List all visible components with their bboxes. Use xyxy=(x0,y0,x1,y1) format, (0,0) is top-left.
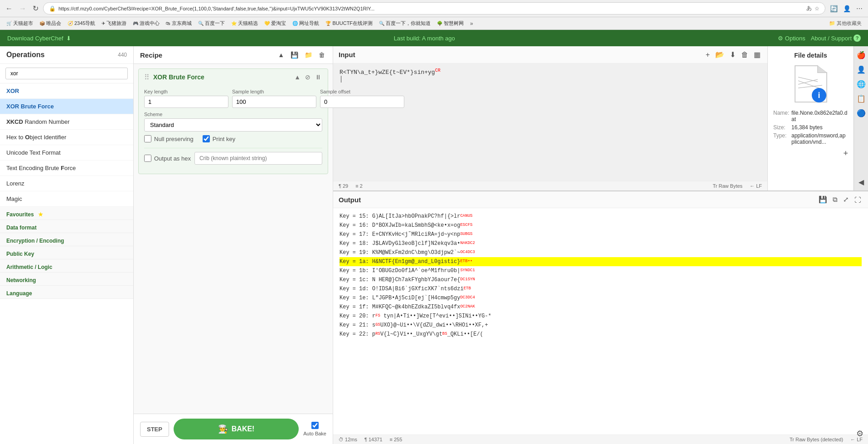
about-button[interactable]: About / Support ? xyxy=(811,34,861,42)
sidebar-section-net[interactable]: Networking xyxy=(0,273,133,286)
output-status-time: ⏱ 12ms xyxy=(339,437,357,442)
null-preserving-group: Null preserving xyxy=(144,135,194,142)
op-disable-btn[interactable]: ⊘ xyxy=(304,73,311,82)
address-bar[interactable]: 🔒 https://ctf.mzy0.com/CyberChef3/#recip… xyxy=(43,2,825,15)
sidebar-item-xkcd[interactable]: XKCD Random Number xyxy=(0,114,133,130)
output-copy-btn[interactable]: ⧉ xyxy=(831,194,839,205)
input-content[interactable]: R<TYN\a_t+}wZE{t~EV*}sin+ygCR │ xyxy=(333,63,767,181)
menu-button[interactable]: ⋯ xyxy=(854,4,864,13)
input-sidebar-btn-4[interactable]: 📋 xyxy=(855,93,867,104)
sidebar-item-xor[interactable]: XOR xyxy=(0,83,133,99)
sidebar-section-arith[interactable]: Arithmetic / Logic xyxy=(0,259,133,273)
download-link[interactable]: Download CyberChef ⬇ xyxy=(7,35,71,42)
sidebar-item-xor-bf[interactable]: XOR Brute Force xyxy=(0,99,133,114)
bookmark-2345[interactable]: 🧭 2345导航 xyxy=(65,19,98,28)
forward-button[interactable]: → xyxy=(17,4,28,14)
refresh-button[interactable]: ↻ xyxy=(31,3,40,14)
op-block-body: Key length Sample length Sample offset xyxy=(139,85,328,174)
input-load-btn[interactable]: ⬇ xyxy=(728,49,737,60)
input-header: Input + 📂 ⬇ 🗑 ▦ xyxy=(333,46,767,63)
file-add-button[interactable]: + xyxy=(843,149,848,158)
sidebar-section-enc[interactable]: Encryption / Encoding xyxy=(0,233,133,246)
sidebar-section-pubkey[interactable]: Public Key xyxy=(0,246,133,259)
sidebar-item-magic[interactable]: Magic xyxy=(0,191,133,207)
auto-bake-checkbox[interactable] xyxy=(311,422,319,429)
print-key-checkbox[interactable] xyxy=(203,135,210,142)
topbar-right: ⚙ Options About / Support ? xyxy=(778,34,861,42)
recipe-delete-btn[interactable]: 🗑 xyxy=(317,50,326,60)
file-add-btn-row: + xyxy=(773,149,848,158)
bookmark-tmjx[interactable]: ⭐ 天猫精选 xyxy=(228,19,261,28)
sidebar-item-magic-label: Magic xyxy=(6,195,22,202)
bookmark-fzly[interactable]: ✈ 飞猪旅游 xyxy=(99,19,129,28)
step-button[interactable]: STEP xyxy=(140,422,169,437)
bookmark-baidu[interactable]: 🔍 百度一下 xyxy=(195,19,228,28)
other-bookmarks[interactable]: 📁 其他收藏夹 xyxy=(826,19,864,28)
sidebar-section-data[interactable]: Data format xyxy=(0,220,133,233)
search-input[interactable] xyxy=(5,68,128,79)
sidebar-section-lang[interactable]: Language xyxy=(0,286,133,299)
bookmark-baidu2[interactable]: 🔍 百度一下，你就知道 xyxy=(376,19,433,28)
bookmark-jd[interactable]: 🛍 京东商城 xyxy=(163,19,194,28)
sidebar-item-lorenz-label: Lorenz xyxy=(6,180,24,187)
output-line-0: Key = 15: G)AL[ItJa>hbOPnakPC?hf|{>lrCAN… xyxy=(339,212,862,221)
null-preserving-checkbox[interactable] xyxy=(144,135,151,142)
bookmark-ataobao[interactable]: 💛 爱淘宝 xyxy=(262,19,289,28)
input-sidebar-btn-2[interactable]: 👤 xyxy=(855,63,867,75)
checkboxes-row: Null preserving Print key xyxy=(144,135,322,142)
output-fullscreen-btn[interactable]: ⛶ xyxy=(853,194,863,205)
bookmark-zhsc[interactable]: 🌳 智慧树网 xyxy=(434,19,466,28)
op-block-action-group: ▲ ⊘ ⏸ xyxy=(293,73,322,82)
input-main: Input + 📂 ⬇ 🗑 ▦ R<TYN\a_t+}wZE{t~EV*}sin… xyxy=(333,46,767,190)
input-delete-btn[interactable]: 🗑 xyxy=(740,49,750,60)
bookmark-tmsc[interactable]: 🛒 天猫超市 xyxy=(4,19,36,28)
sidebar-item-text-enc-bf[interactable]: Text Encoding Brute Force xyxy=(0,161,133,176)
bottom-settings-icon[interactable]: ⚙ xyxy=(856,429,863,439)
output-as-hex-row: Output as hex xyxy=(144,148,322,168)
op-pause-btn[interactable]: ⏸ xyxy=(314,73,322,82)
scheme-select[interactable]: Standard xyxy=(144,118,322,132)
output-line-9: Key = 1e: L"JGPB•Aj5ciD[ej`[H4cmwp5gyDC3… xyxy=(339,293,862,303)
bookmark-label-jd: 京东商城 xyxy=(172,20,192,27)
bake-button[interactable]: 👨‍🍳 BAKE! xyxy=(174,419,299,439)
sidebar-section-favourites[interactable]: Favourites ★ xyxy=(0,207,133,220)
sample-length-field: Sample length xyxy=(232,89,316,108)
recipe-save-btn[interactable]: 💾 xyxy=(289,50,300,60)
drag-handle-icon[interactable]: ⠿ xyxy=(144,73,150,82)
input-add-btn[interactable]: + xyxy=(704,49,711,60)
bookmark-wzdh[interactable]: 🌐 网址导航 xyxy=(290,19,322,28)
recipe-header: Recipe ▲ 💾 📁 🗑 xyxy=(134,46,333,64)
bookmark-icon-zhsc: 🌳 xyxy=(437,21,442,26)
input-sidebar-collapse-btn[interactable]: ◀ xyxy=(855,176,867,188)
about-question-icon: ? xyxy=(853,34,861,42)
output-content[interactable]: Key = 15: G)AL[ItJa>hbOPnakPC?hf|{>lrCAN… xyxy=(333,208,868,434)
extensions-button[interactable]: 🔄 xyxy=(828,4,839,13)
bookmark-label-ataobao: 爱淘宝 xyxy=(271,20,286,27)
output-expand-btn[interactable]: ⤢ xyxy=(842,194,850,205)
input-status-lines: ≡ 2 xyxy=(355,183,363,189)
bookmark-vpw[interactable]: 📦 唯品会 xyxy=(37,19,64,28)
back-button[interactable]: ← xyxy=(4,4,15,14)
sidebar-item-unicode-tf[interactable]: Unicode Text Format xyxy=(0,145,133,161)
op-fields-row-1: Key length Sample length Sample offset xyxy=(144,89,322,108)
bookmark-buuctf[interactable]: 🏆 BUUCTF在线评测 xyxy=(323,19,375,28)
input-grid-btn[interactable]: ▦ xyxy=(752,49,762,60)
input-sidebar-btn-1[interactable]: 🍎 xyxy=(855,49,867,61)
sample-length-input[interactable] xyxy=(232,96,316,108)
bookmark-game[interactable]: 🎮 游戏中心 xyxy=(130,19,162,28)
output-as-hex-checkbox[interactable] xyxy=(144,155,151,162)
input-open-btn[interactable]: 📂 xyxy=(714,49,726,60)
profile-button[interactable]: 👤 xyxy=(841,4,853,13)
key-length-input[interactable] xyxy=(144,96,228,108)
recipe-open-btn[interactable]: 📁 xyxy=(303,50,314,60)
sidebar-item-hex-oid[interactable]: Hex to Object Identifier xyxy=(0,130,133,145)
op-collapse-btn[interactable]: ▲ xyxy=(293,73,301,82)
output-save-btn[interactable]: 💾 xyxy=(817,194,829,205)
recipe-collapse-btn[interactable]: ▲ xyxy=(276,50,286,60)
options-button[interactable]: ⚙ Options xyxy=(778,35,805,42)
crib-input[interactable] xyxy=(194,152,322,165)
input-sidebar-btn-5[interactable]: 🔵 xyxy=(855,107,867,119)
sidebar-title: Operations xyxy=(6,51,44,59)
sidebar-item-lorenz[interactable]: Lorenz xyxy=(0,176,133,191)
input-sidebar-btn-3[interactable]: 🌐 xyxy=(855,78,867,90)
